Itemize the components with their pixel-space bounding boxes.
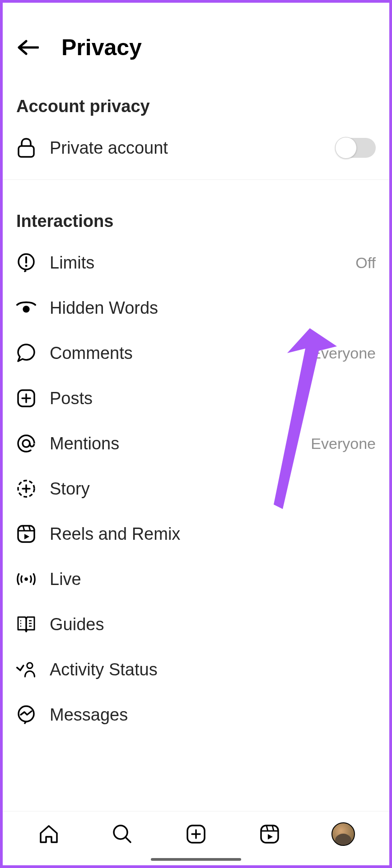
guides-icon [16, 614, 36, 634]
posts-row[interactable]: Posts [3, 376, 389, 421]
hidden-words-icon [16, 298, 36, 318]
private-account-row[interactable]: Private account [3, 125, 389, 170]
comments-label: Comments [50, 344, 297, 363]
svg-point-3 [25, 265, 28, 267]
activity-status-label: Activity Status [50, 660, 376, 679]
limits-value: Off [355, 254, 376, 272]
toggle-thumb [335, 137, 357, 159]
comments-value: Everyone [311, 344, 376, 362]
nav-create[interactable] [184, 822, 208, 846]
guides-label: Guides [50, 615, 376, 634]
home-icon [38, 823, 60, 845]
account-privacy-section-header: Account privacy [3, 74, 389, 125]
mentions-icon [16, 434, 36, 453]
back-arrow-icon [16, 38, 39, 57]
create-icon [186, 824, 206, 844]
lock-icon [16, 138, 36, 158]
story-row[interactable]: Story [3, 466, 389, 511]
home-indicator [151, 858, 241, 861]
comments-icon [16, 343, 36, 363]
svg-point-4 [23, 306, 29, 312]
reels-nav-icon [259, 824, 280, 844]
nav-reels[interactable] [258, 822, 281, 846]
reels-label: Reels and Remix [50, 524, 376, 544]
hidden-words-row[interactable]: Hidden Words [3, 285, 389, 330]
limits-icon [16, 253, 36, 273]
posts-icon [16, 388, 36, 408]
messages-label: Messages [50, 705, 376, 725]
mentions-value: Everyone [311, 435, 376, 453]
svg-rect-30 [261, 826, 278, 843]
mentions-row[interactable]: Mentions Everyone [3, 421, 389, 466]
activity-status-icon [16, 660, 36, 679]
activity-status-row[interactable]: Activity Status [3, 647, 389, 692]
live-icon [16, 569, 36, 589]
svg-rect-12 [18, 526, 34, 542]
page-title: Privacy [61, 34, 142, 61]
nav-search[interactable] [111, 822, 134, 846]
svg-line-32 [266, 826, 268, 831]
private-account-label: Private account [50, 138, 322, 158]
comments-row[interactable]: Comments Everyone [3, 330, 389, 376]
svg-rect-0 [19, 146, 34, 157]
profile-avatar-icon [331, 822, 355, 846]
bottom-navigation [3, 811, 389, 865]
svg-point-16 [24, 577, 28, 581]
back-button[interactable] [16, 38, 39, 57]
interactions-section-header: Interactions [3, 189, 389, 240]
live-row[interactable]: Live [3, 557, 389, 602]
reels-row[interactable]: Reels and Remix [3, 511, 389, 557]
private-account-toggle[interactable] [336, 138, 376, 158]
messages-row[interactable]: Messages [3, 692, 389, 737]
posts-label: Posts [50, 389, 376, 408]
reels-icon [16, 524, 36, 544]
svg-line-26 [126, 837, 131, 842]
svg-point-8 [23, 440, 30, 447]
search-icon [112, 823, 133, 845]
hidden-words-label: Hidden Words [50, 298, 376, 318]
nav-profile[interactable] [331, 822, 355, 846]
story-label: Story [50, 479, 376, 499]
messages-icon [16, 705, 36, 725]
mentions-label: Mentions [50, 434, 297, 453]
svg-line-33 [272, 826, 274, 831]
svg-point-23 [27, 663, 33, 668]
story-icon [16, 479, 36, 499]
header: Privacy [3, 3, 389, 74]
nav-home[interactable] [37, 822, 61, 846]
limits-label: Limits [50, 253, 342, 273]
limits-row[interactable]: Limits Off [3, 240, 389, 285]
guides-row[interactable]: Guides [3, 602, 389, 647]
live-label: Live [50, 570, 376, 589]
divider [3, 179, 389, 180]
